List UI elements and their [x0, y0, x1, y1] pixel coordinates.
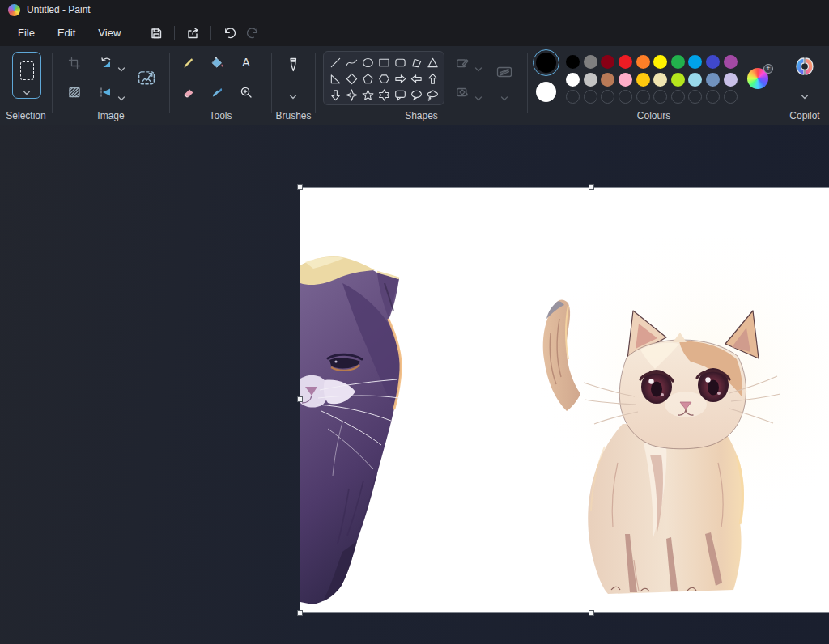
undo-button[interactable]: [217, 23, 241, 44]
rounded-rectangle-shape-icon[interactable]: [394, 57, 406, 69]
custom-colour-slot[interactable]: [566, 90, 580, 104]
color-picker-tool-icon[interactable]: [210, 86, 223, 99]
pencil-tool-icon[interactable]: [182, 57, 195, 70]
rectangle-shape-icon[interactable]: [378, 57, 390, 69]
palette-colour[interactable]: [636, 55, 650, 69]
palette-colour[interactable]: [601, 55, 614, 69]
shape-fill-icon[interactable]: [456, 86, 469, 99]
shape-outline-icon[interactable]: [456, 57, 469, 70]
brush-icon[interactable]: [287, 57, 300, 76]
colour-palette: [564, 53, 739, 106]
palette-colour[interactable]: [724, 73, 738, 87]
canvas-handle-top-middle[interactable]: [589, 184, 594, 190]
eraser-tool-icon[interactable]: [182, 86, 195, 99]
palette-colour[interactable]: [688, 73, 702, 87]
fill-tool-icon[interactable]: [210, 57, 223, 70]
copilot-icon[interactable]: [794, 56, 815, 77]
selection-rect-icon: [20, 61, 34, 80]
redo-button[interactable]: [241, 23, 266, 44]
lightning-shape-icon[interactable]: [346, 105, 358, 106]
callout-cloud-shape-icon[interactable]: [427, 89, 439, 101]
oval-shape-icon[interactable]: [362, 57, 374, 69]
palette-colour[interactable]: [653, 55, 667, 69]
palette-colour[interactable]: [601, 73, 614, 87]
callout-oval-shape-icon[interactable]: [410, 89, 423, 101]
shapes-gallery: [323, 51, 444, 105]
colour2-selector[interactable]: [536, 82, 556, 102]
canvas-handle-bottom-left[interactable]: [297, 610, 303, 616]
menu-file[interactable]: File: [6, 23, 46, 43]
custom-colour-slot[interactable]: [706, 90, 720, 104]
arrow-right-shape-icon[interactable]: [394, 73, 406, 85]
shape-thickness-icon[interactable]: [495, 66, 513, 78]
palette-colour[interactable]: [636, 73, 650, 87]
palette-colour[interactable]: [584, 55, 597, 69]
diamond-shape-icon[interactable]: [346, 73, 358, 85]
curve-shape-icon[interactable]: [346, 57, 358, 69]
line-shape-icon[interactable]: [329, 57, 342, 69]
chevron-down-icon[interactable]: [500, 90, 508, 95]
rotate-icon[interactable]: [100, 57, 113, 70]
canvas-handle-top-left[interactable]: [297, 184, 303, 190]
resize-icon[interactable]: [138, 70, 155, 86]
palette-colour[interactable]: [566, 55, 580, 69]
custom-colour-slot[interactable]: [584, 90, 597, 104]
triangle-shape-icon[interactable]: [427, 57, 439, 69]
palette-colour[interactable]: [619, 73, 632, 87]
star-six-shape-icon[interactable]: [378, 89, 390, 101]
text-tool-icon[interactable]: A: [240, 56, 253, 69]
canvas-handle-bottom-middle[interactable]: [589, 610, 594, 616]
palette-colour[interactable]: [584, 73, 597, 87]
background-removal-icon[interactable]: [68, 86, 81, 99]
custom-colour-slot[interactable]: [636, 90, 650, 104]
custom-colour-slot[interactable]: [688, 90, 702, 104]
chevron-down-icon[interactable]: [474, 61, 483, 66]
colour1-selector[interactable]: [533, 49, 559, 76]
custom-colour-slot[interactable]: [671, 90, 685, 104]
callout-rounded-shape-icon[interactable]: [394, 89, 406, 101]
canvas-handle-left-middle[interactable]: [297, 396, 303, 402]
share-button[interactable]: [181, 23, 205, 44]
custom-colour-slot[interactable]: [724, 90, 738, 104]
add-colour-icon[interactable]: +: [763, 64, 773, 74]
arrow-up-shape-icon[interactable]: [427, 73, 439, 85]
chevron-down-icon[interactable]: [289, 88, 297, 93]
group-copilot: Copilot: [780, 46, 829, 125]
arrow-down-shape-icon[interactable]: [329, 89, 342, 101]
menu-edit[interactable]: Edit: [46, 23, 87, 43]
pentagon-shape-icon[interactable]: [362, 73, 374, 85]
palette-colour[interactable]: [688, 55, 702, 69]
chevron-down-icon[interactable]: [117, 61, 125, 66]
right-triangle-shape-icon[interactable]: [329, 73, 342, 85]
custom-colour-slot[interactable]: [653, 90, 667, 104]
magnifier-tool-icon[interactable]: [240, 86, 253, 99]
heart-shape-icon[interactable]: [329, 105, 342, 106]
palette-colour[interactable]: [724, 55, 738, 69]
chevron-down-icon[interactable]: [23, 84, 31, 89]
arrow-left-shape-icon[interactable]: [410, 73, 423, 85]
palette-colour[interactable]: [619, 55, 632, 69]
star-four-shape-icon[interactable]: [346, 89, 358, 101]
palette-colour[interactable]: [671, 55, 685, 69]
palette-colour[interactable]: [671, 73, 685, 87]
hexagon-shape-icon[interactable]: [378, 73, 390, 85]
palette-colour[interactable]: [706, 73, 720, 87]
redo-icon: [247, 27, 260, 40]
palette-colour[interactable]: [566, 73, 580, 87]
palette-colour[interactable]: [653, 73, 667, 87]
polygon-shape-icon[interactable]: [410, 57, 423, 69]
palette-colour[interactable]: [706, 55, 720, 69]
canvas[interactable]: [300, 188, 829, 612]
flip-icon[interactable]: [100, 86, 113, 99]
save-button[interactable]: [144, 23, 168, 44]
chevron-down-icon[interactable]: [117, 90, 125, 95]
purple-cat-artwork: [300, 256, 401, 604]
custom-colour-slot[interactable]: [601, 90, 614, 104]
chevron-down-icon[interactable]: [474, 90, 483, 95]
custom-colour-slot[interactable]: [619, 90, 632, 104]
crop-icon[interactable]: [68, 57, 81, 70]
star-five-shape-icon[interactable]: [362, 89, 374, 101]
selection-tool-button[interactable]: [12, 52, 41, 99]
chevron-down-icon[interactable]: [801, 88, 809, 93]
menu-view[interactable]: View: [87, 23, 132, 43]
